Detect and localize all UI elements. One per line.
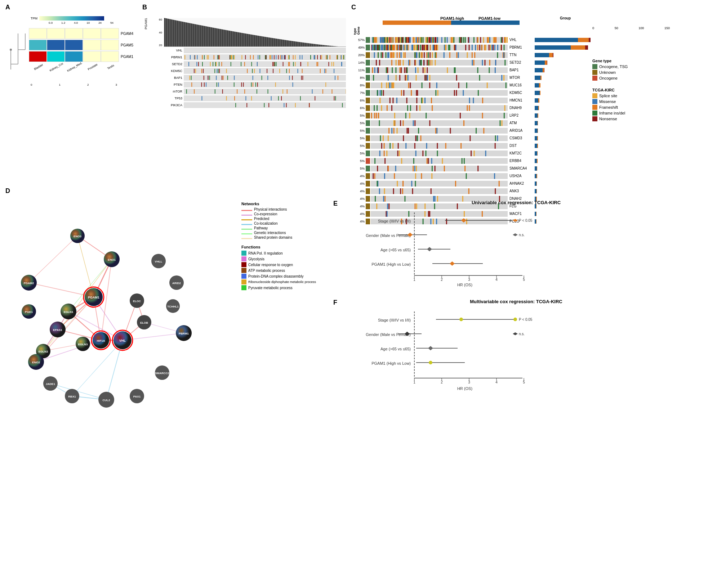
epas1-node-label: EPAS1 bbox=[53, 328, 62, 332]
svg-rect-163 bbox=[306, 43, 307, 47]
e-row4-diamond bbox=[450, 261, 455, 266]
e-x-2: 2 bbox=[441, 278, 443, 282]
svg-rect-444 bbox=[252, 69, 253, 73]
svg-rect-354 bbox=[270, 55, 270, 59]
svg-rect-31 bbox=[187, 23, 188, 47]
svg-rect-413 bbox=[241, 62, 241, 66]
svg-rect-983 bbox=[409, 113, 410, 118]
svg-rect-956 bbox=[424, 98, 426, 103]
svg-rect-85 bbox=[236, 32, 236, 47]
panel-b: B PGAM1 60 40 20 bbox=[141, 4, 349, 184]
svg-rect-366 bbox=[288, 55, 289, 59]
svg-rect-973 bbox=[387, 105, 388, 111]
cell-pgam5-bladder bbox=[29, 40, 47, 50]
rbx1-node-label: RBX1 bbox=[68, 395, 76, 398]
onco-row-muc16: 8%MUC16 bbox=[353, 82, 591, 89]
svg-rect-1086 bbox=[435, 166, 436, 171]
right-bar-17 bbox=[535, 166, 591, 171]
svg-rect-616 bbox=[375, 37, 376, 43]
e-p-label: P < 0.05 bbox=[519, 219, 533, 223]
e-x-4: 4 bbox=[495, 278, 498, 282]
svg-rect-431 bbox=[302, 69, 303, 73]
svg-rect-1101 bbox=[535, 174, 536, 178]
svg-rect-887 bbox=[495, 67, 496, 73]
onco-row-kdm5c: 7%KDM5C bbox=[353, 89, 591, 96]
svg-rect-199 bbox=[338, 46, 339, 47]
svg-rect-851 bbox=[379, 60, 380, 66]
svg-rect-175 bbox=[317, 44, 317, 47]
svg-rect-515 bbox=[268, 103, 269, 107]
svg-rect-29 bbox=[185, 22, 186, 47]
svg-rect-646 bbox=[480, 37, 481, 43]
mut-label-tp53: TP53 bbox=[164, 96, 184, 100]
smarcc2-node-label: SMARCC2 bbox=[155, 372, 169, 375]
svg-rect-513 bbox=[284, 103, 284, 107]
svg-rect-438 bbox=[226, 69, 227, 73]
svg-rect-967 bbox=[374, 105, 375, 111]
svg-rect-1039 bbox=[381, 143, 382, 149]
pct-label-15: 5% bbox=[353, 152, 366, 155]
svg-rect-424 bbox=[286, 69, 287, 73]
svg-rect-997 bbox=[402, 120, 404, 126]
svg-rect-46 bbox=[200, 25, 201, 47]
svg-rect-165 bbox=[308, 43, 308, 47]
svg-rect-442 bbox=[219, 69, 220, 73]
svg-rect-845 bbox=[427, 60, 428, 66]
coloc-line bbox=[241, 224, 252, 225]
svg-rect-16 bbox=[173, 20, 174, 47]
svg-rect-1054 bbox=[379, 151, 380, 156]
svg-rect-768 bbox=[491, 45, 493, 50]
svg-rect-39 bbox=[194, 24, 195, 47]
svg-rect-11 bbox=[169, 19, 170, 47]
svg-rect-499 bbox=[201, 96, 202, 100]
pgam1-node-label: PGAM1 bbox=[88, 296, 99, 299]
right-bar-15 bbox=[535, 151, 591, 156]
cell-pgam5-prostate bbox=[83, 40, 101, 50]
svg-rect-396 bbox=[295, 62, 296, 66]
svg-rect-932 bbox=[416, 90, 417, 96]
svg-rect-520 bbox=[432, 37, 433, 43]
svg-rect-32 bbox=[188, 23, 188, 47]
scale-4: 24 bbox=[98, 21, 102, 24]
svg-rect-617 bbox=[392, 37, 393, 43]
svg-rect-375 bbox=[295, 55, 295, 59]
svg-rect-626 bbox=[459, 37, 460, 43]
scale-0: 0.0 bbox=[49, 21, 53, 24]
svg-rect-942 bbox=[380, 90, 381, 96]
svg-rect-12 bbox=[170, 19, 170, 47]
svg-rect-871 bbox=[395, 67, 396, 73]
svg-rect-582 bbox=[433, 37, 434, 43]
legend-glycolysis: Glycolysis bbox=[241, 256, 324, 261]
svg-rect-27 bbox=[183, 22, 184, 47]
svg-rect-196 bbox=[335, 46, 336, 47]
svg-rect-477 bbox=[243, 82, 244, 87]
svg-rect-826 bbox=[549, 53, 553, 57]
svg-rect-483 bbox=[287, 89, 288, 94]
svg-rect-923 bbox=[436, 82, 437, 88]
svg-rect-50 bbox=[204, 26, 205, 47]
pct-label-8: 6% bbox=[353, 99, 366, 102]
svg-rect-399 bbox=[213, 62, 213, 66]
svg-rect-903 bbox=[416, 75, 417, 81]
onco-row-mtor: 8%MTOR bbox=[353, 74, 591, 81]
svg-rect-105 bbox=[254, 35, 254, 47]
svg-rect-915 bbox=[388, 82, 389, 88]
svg-rect-746 bbox=[469, 45, 470, 50]
svg-rect-529 bbox=[374, 37, 375, 43]
svg-rect-862 bbox=[545, 60, 547, 65]
legend-label-missense: Missense bbox=[599, 99, 616, 104]
svg-rect-75 bbox=[227, 30, 227, 47]
onco-cells-15 bbox=[371, 151, 508, 156]
svg-rect-190 bbox=[330, 46, 331, 47]
svg-rect-393 bbox=[216, 62, 217, 66]
svg-rect-945 bbox=[478, 90, 479, 96]
svg-rect-1026 bbox=[380, 135, 381, 141]
svg-rect-1043 bbox=[389, 143, 391, 149]
svg-rect-122 bbox=[269, 37, 270, 47]
svg-rect-403 bbox=[221, 62, 222, 66]
legend-label-nonsense: Nonsense bbox=[599, 117, 617, 121]
svg-rect-736 bbox=[427, 45, 428, 50]
svg-rect-1034 bbox=[535, 136, 537, 140]
svg-rect-637 bbox=[463, 37, 464, 43]
panel-f-label: F bbox=[333, 299, 337, 306]
